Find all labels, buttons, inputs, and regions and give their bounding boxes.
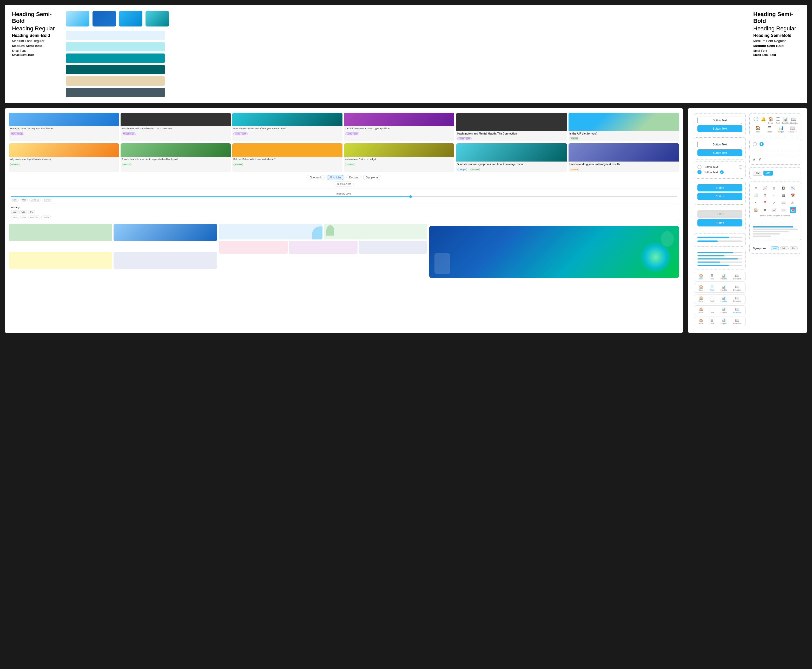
nav-home-4[interactable]: 🏠 Home xyxy=(698,307,703,313)
article-thumb-4 xyxy=(344,113,454,126)
nav-education-5[interactable]: 📖 Education xyxy=(733,318,741,324)
nav-track-2[interactable]: ☰ Track xyxy=(709,285,714,291)
nav-label-education-5: Education xyxy=(733,323,741,324)
illus-2 xyxy=(324,224,427,239)
ampm-mid[interactable]: Mid xyxy=(20,210,27,214)
nav-label-insights-3: Insights xyxy=(721,300,727,302)
article-thumb-2 xyxy=(121,113,231,126)
collage-img-3 xyxy=(9,252,112,269)
nav-education-4[interactable]: 📖 Education xyxy=(733,307,741,313)
nav-track-5[interactable]: ☰ Track xyxy=(709,318,714,324)
nav-track-4[interactable]: ☰ Track xyxy=(709,307,714,313)
filter-symptoms[interactable]: Symptoms xyxy=(363,175,381,180)
nav-label-insights-2: Insights xyxy=(721,289,727,291)
nav-track-3[interactable]: ☰ Track xyxy=(709,296,714,302)
nav-insights-1[interactable]: 📊 Insights xyxy=(721,274,727,280)
filter-test-results[interactable]: Test Results xyxy=(334,182,354,187)
slider-track[interactable] xyxy=(11,196,677,197)
filter-tabs: Bloodwork All Articles Doctors Symptoms xyxy=(9,175,679,180)
s-btn-am[interactable]: AM xyxy=(771,246,779,250)
type-small-2: Small Font xyxy=(753,49,800,53)
s-btn-pm[interactable]: PM xyxy=(790,246,798,250)
chevron-row: ∧ ∨ xyxy=(753,157,798,161)
btn-filled-1[interactable]: Button Text xyxy=(697,125,742,132)
education-icon-5: 📖 xyxy=(735,318,739,322)
nav-icon-insights-2[interactable]: 📊 Insights xyxy=(776,126,786,133)
nav-label-education-1: Education xyxy=(733,278,741,280)
nav-home-1[interactable]: 🏠 Home xyxy=(698,274,703,280)
type-medium-regular-1: Medium Font Regular xyxy=(12,39,59,44)
anx-mild: Mild xyxy=(20,215,27,219)
icon-label-education: Education xyxy=(781,215,790,217)
nav-icon-home[interactable]: 🏠 Home xyxy=(768,117,774,124)
list-section xyxy=(694,249,746,270)
btn-filled-2[interactable]: Button Text xyxy=(697,150,742,156)
toggle-am[interactable]: AM xyxy=(753,171,762,176)
right-panel-inner: Button Text Button Text Button Text Butt… xyxy=(694,113,801,328)
icon-home-sm: 🏠 xyxy=(753,207,759,213)
checkbox-label-2: Button Text xyxy=(704,171,718,174)
nav-label-education-3: Education xyxy=(733,300,741,302)
toggle-am-active[interactable]: AM xyxy=(763,171,773,176)
nav-label-education-4: Education xyxy=(733,311,741,313)
ampm-am[interactable]: AM xyxy=(11,210,19,214)
checkbox-1-unchecked[interactable] xyxy=(697,165,702,169)
btn-group-1: Button Text Button Text xyxy=(697,117,742,132)
chevron-down-icon: ∨ xyxy=(758,157,761,161)
nav-icon-education-2[interactable]: 📖 Education xyxy=(787,126,798,133)
nav-icon-home-2[interactable]: 🏠 Home xyxy=(753,126,763,133)
anxiety-box: Anxiety AM Mid PM None Mild Moderate Sev… xyxy=(9,203,679,221)
nav-education-1[interactable]: 📖 Education xyxy=(733,274,741,280)
color-swatches-row xyxy=(66,11,746,27)
nav-home-5[interactable]: 🏠 Home xyxy=(698,318,703,324)
icon-list-2: ≡ xyxy=(762,207,768,213)
nav-home-3[interactable]: 🏠 Home xyxy=(698,296,703,302)
filter-tab-row-2: Test Results xyxy=(9,182,679,187)
collage-img-2 xyxy=(114,224,217,241)
nav-icon-track-2[interactable]: ☰ Track xyxy=(764,126,775,133)
nav-icon-education[interactable]: 📖 Education xyxy=(790,117,798,124)
checkbox-2-checked[interactable]: ✓ xyxy=(697,170,702,174)
btn-main-2[interactable]: Button xyxy=(697,193,742,200)
icon-chart-1: 📈 xyxy=(762,185,768,191)
nav-icon-insights[interactable]: 📊 Insights xyxy=(782,117,788,124)
btn-main-3[interactable]: Button xyxy=(697,219,742,227)
anxiety-title: Anxiety xyxy=(11,206,677,208)
btn-outline-1[interactable]: Button Text xyxy=(697,117,742,124)
btn-outline-2[interactable]: Button Text xyxy=(697,141,742,148)
article-tag-2: Mental Health xyxy=(121,133,136,135)
text-line-3 xyxy=(753,233,780,235)
nav-insights-2[interactable]: 📊 Insights xyxy=(721,285,727,291)
filter-all-articles[interactable]: All Articles xyxy=(327,175,344,180)
type-medium-regular-2: Medium Font Regular xyxy=(753,39,800,44)
nav-icon-bell: 🔔 xyxy=(760,117,766,124)
btn-main-1[interactable]: Button xyxy=(697,184,742,192)
nav-education-2[interactable]: 📖 Education xyxy=(733,285,741,291)
article-thumb-6 xyxy=(121,143,231,157)
s-btn-mid[interactable]: Mid xyxy=(780,246,788,250)
radio-unchecked[interactable] xyxy=(753,142,757,146)
radio-checked[interactable] xyxy=(760,142,764,146)
filter-doctors[interactable]: Doctors xyxy=(346,175,361,180)
btn-disabled-1: Button xyxy=(697,210,742,218)
nav-insights-5[interactable]: 📊 Insights xyxy=(721,318,727,324)
nav-label-insights-4: Insights xyxy=(721,311,727,313)
nav-track-1[interactable]: ☰ Track xyxy=(709,274,714,280)
insights-label-2: Insights xyxy=(778,131,784,133)
nav-bar-2: 🏠 Home ☰ Track 📊 Insights 📖 xyxy=(694,283,746,293)
nav-insights-3[interactable]: 📊 Insights xyxy=(721,296,727,302)
nav-home-2[interactable]: 🏠 Home xyxy=(698,285,703,291)
color-bar-3 xyxy=(66,54,165,63)
intensity-levels: None Mild Moderate Severe xyxy=(9,198,679,202)
track-icon-1: ☰ xyxy=(710,274,714,277)
education-label-2: Education xyxy=(788,131,797,133)
ampm-pm[interactable]: PM xyxy=(28,210,35,214)
slider-thumb[interactable] xyxy=(409,195,412,198)
icon-cal-active: 📅 xyxy=(790,207,796,213)
filter-bloodwork[interactable]: Bloodwork xyxy=(307,175,325,180)
nav-insights-4[interactable]: 📊 Insights xyxy=(721,307,727,313)
radio-group-1 xyxy=(753,142,798,146)
nav-education-3[interactable]: 📖 Education xyxy=(733,296,741,302)
nav-icon-track[interactable]: ☰ Track xyxy=(775,117,781,124)
featured-tag-1: Mental Health xyxy=(457,137,472,140)
